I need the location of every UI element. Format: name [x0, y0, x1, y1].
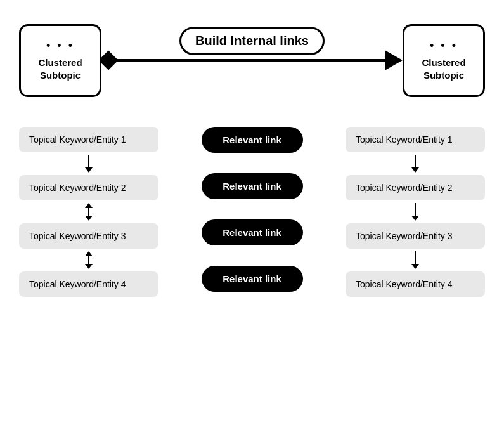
relevant-link-1[interactable]: Relevant link	[202, 127, 303, 153]
right-cluster-label: ClusteredSubtopic	[422, 56, 465, 81]
left-cluster-box: • • • ClusteredSubtopic	[19, 24, 101, 97]
center-column: Relevant link Relevant link Relevant lin…	[195, 127, 309, 297]
arrow-container: Build Internal links	[101, 19, 403, 101]
arrowdown-icon	[411, 216, 419, 221]
arrowdown-icon	[85, 167, 93, 173]
left-keyword-1: Topical Keyword/Entity 1	[19, 127, 158, 152]
left-keyword-4: Topical Keyword/Entity 4	[19, 271, 158, 297]
list-item: Topical Keyword/Entity 3	[19, 223, 158, 249]
right-keyword-1: Topical Keyword/Entity 1	[346, 127, 485, 152]
list-item: Topical Keyword/Entity 4	[346, 271, 485, 297]
right-keyword-4: Topical Keyword/Entity 4	[346, 271, 485, 297]
right-cluster-box: • • • ClusteredSubtopic	[403, 24, 485, 97]
left-keyword-3: Topical Keyword/Entity 3	[19, 223, 158, 249]
right-keyword-2: Topical Keyword/Entity 2	[346, 175, 485, 200]
arrow-down-r2	[346, 203, 485, 221]
arrow-down-1	[19, 155, 158, 173]
list-item: Topical Keyword/Entity 2	[19, 175, 158, 200]
bottom-section: Topical Keyword/Entity 1 Topical Keyword…	[19, 127, 485, 297]
right-keyword-3: Topical Keyword/Entity 3	[346, 223, 485, 249]
arrowup-icon	[85, 203, 93, 208]
arrow-down-r1	[346, 155, 485, 173]
relevant-link-4[interactable]: Relevant link	[202, 266, 303, 292]
arrow-updown-3	[19, 251, 158, 269]
arrowdown-icon	[411, 167, 419, 173]
right-keyword-column: Topical Keyword/Entity 1 Topical Keyword…	[346, 127, 485, 297]
list-item: Topical Keyword/Entity 4	[19, 271, 158, 297]
list-item: Topical Keyword/Entity 2	[346, 175, 485, 200]
relevant-link-3[interactable]: Relevant link	[202, 219, 303, 245]
arrowdown-icon	[85, 264, 93, 269]
left-keyword-column: Topical Keyword/Entity 1 Topical Keyword…	[19, 127, 158, 297]
right-cluster-dots: • • •	[430, 39, 458, 53]
list-item: Topical Keyword/Entity 3	[346, 223, 485, 249]
arrow-down-r3	[346, 251, 485, 269]
left-cluster-dots: • • •	[46, 39, 74, 53]
list-item: Topical Keyword/Entity 1	[346, 127, 485, 152]
arrowhead-icon	[385, 50, 403, 70]
relevant-link-2[interactable]: Relevant link	[202, 173, 303, 199]
list-item: Topical Keyword/Entity 1	[19, 127, 158, 152]
arrowup-icon	[85, 251, 93, 256]
arrow-updown-2	[19, 203, 158, 221]
arrowdown-icon	[411, 264, 419, 269]
build-links-label: Build Internal links	[179, 27, 325, 55]
arrowdown-icon	[85, 216, 93, 221]
left-cluster-label: ClusteredSubtopic	[38, 56, 82, 81]
top-section: • • • ClusteredSubtopic Build Internal l…	[19, 19, 485, 101]
arrow-shaft	[114, 59, 385, 62]
left-keyword-2: Topical Keyword/Entity 2	[19, 175, 158, 200]
